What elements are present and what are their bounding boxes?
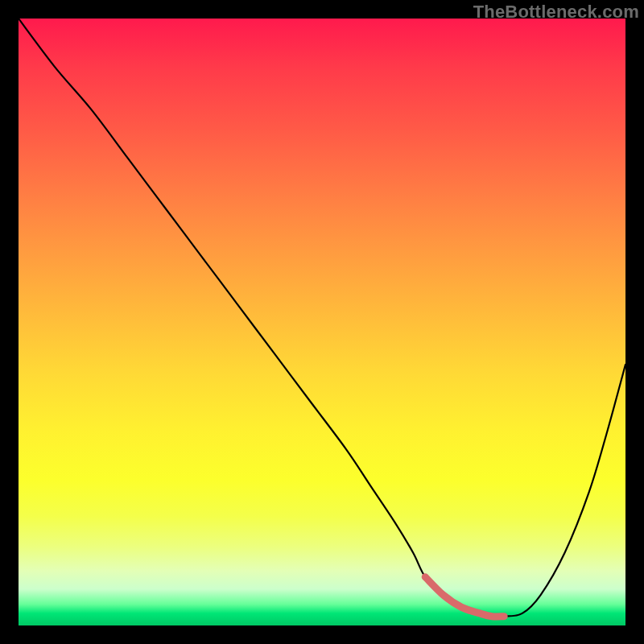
gradient-background xyxy=(19,19,625,625)
chart-plot-area xyxy=(19,19,625,625)
